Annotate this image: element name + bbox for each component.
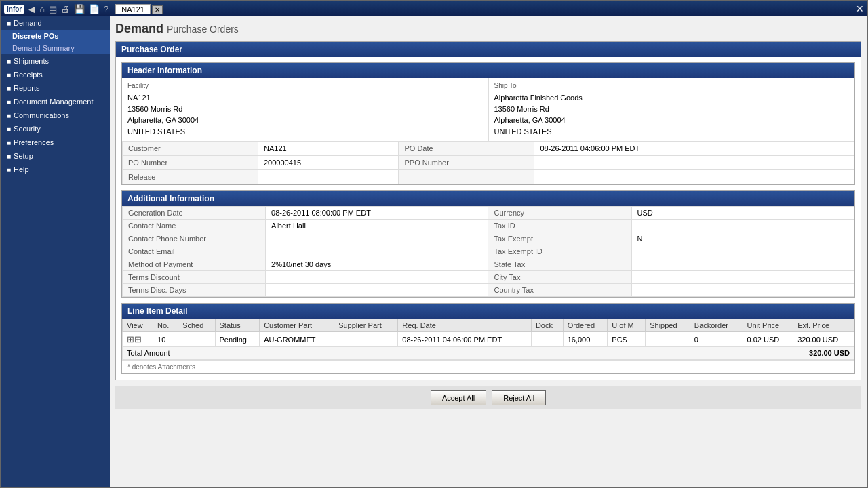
sidebar-group-demand: ■ Demand Discrete POs Demand Summary xyxy=(1,16,110,54)
ppo-number-value xyxy=(534,156,854,170)
state-tax-label: State Tax xyxy=(488,258,631,271)
sidebar-item-demand[interactable]: ■ Demand xyxy=(1,16,110,30)
tax-id-value xyxy=(631,220,854,232)
row-sched xyxy=(178,332,215,347)
accept-all-button[interactable]: Accept All xyxy=(431,390,486,405)
sidebar-document-management-label: Document Management xyxy=(14,98,93,106)
facility-label: Facility xyxy=(127,82,483,89)
customer-label: Customer xyxy=(123,142,258,156)
sidebar-item-security[interactable]: ■ Security xyxy=(1,122,110,136)
sidebar-item-help[interactable]: ■ Help xyxy=(1,163,110,176)
sidebar-item-shipments[interactable]: ■ Shipments xyxy=(1,54,110,68)
sidebar-item-discrete-pos[interactable]: Discrete POs xyxy=(1,30,110,42)
purchase-order-header: Purchase Order xyxy=(116,42,861,57)
country-tax-value xyxy=(631,284,854,297)
generation-date-value: 08-26-2011 08:00:00 PM EDT xyxy=(266,207,488,220)
sidebar-item-preferences[interactable]: ■ Preferences xyxy=(1,136,110,149)
city-tax-value xyxy=(631,271,854,284)
facility-ship-to-row: Facility NA12113560 Morris RdAlpharetta,… xyxy=(122,78,854,141)
reject-all-button[interactable]: Reject All xyxy=(492,390,546,405)
sidebar-item-receipts[interactable]: ■ Receipts xyxy=(1,68,110,81)
setup-icon: ■ xyxy=(7,152,11,160)
additional-information-header: Additional Information xyxy=(122,191,854,206)
col-no: No. xyxy=(153,319,178,332)
sidebar-item-reports[interactable]: ■ Reports xyxy=(1,81,110,95)
po-number-row: PO Number 200000415 PPO Number xyxy=(123,156,854,170)
total-label: Total Amount xyxy=(123,347,793,360)
total-row: Total Amount 320.00 USD xyxy=(123,347,854,360)
terms-discount-label: Terms Discount xyxy=(123,271,266,284)
purchase-order-section: Purchase Order Header Information Facili… xyxy=(115,41,861,380)
sidebar-demand-label: Demand xyxy=(14,19,42,27)
sidebar-item-document-management[interactable]: ■ Document Management xyxy=(1,95,110,108)
table-row[interactable]: ⊞⊞ 10 Pending AU-GROMMET 08-26-2011 04:0… xyxy=(123,332,854,347)
row-ordered: 16,000 xyxy=(563,332,608,347)
communications-icon: ■ xyxy=(7,112,11,119)
release-value xyxy=(258,170,399,184)
additional-row-4: Method of Payment 2%10/net 30 days State… xyxy=(123,258,854,271)
help-icon[interactable]: ? xyxy=(102,4,110,14)
col-dock: Dock xyxy=(531,319,563,332)
header-information-header: Header Information xyxy=(122,63,854,78)
row-shipped xyxy=(646,332,690,347)
row-backorder: 0 xyxy=(690,332,743,347)
receipts-icon: ■ xyxy=(7,71,11,79)
contact-name-label: Contact Name xyxy=(123,220,266,232)
sidebar-sub-demand: Discrete POs Demand Summary xyxy=(1,30,110,54)
additional-row-3: Contact Email Tax Exempt ID xyxy=(123,245,854,258)
row-status: Pending xyxy=(215,332,260,347)
col-status: Status xyxy=(215,319,260,332)
contact-email-value xyxy=(266,245,488,258)
na121-tab[interactable]: NA121 xyxy=(115,4,151,14)
contact-phone-label: Contact Phone Number xyxy=(123,232,266,245)
content-area: Demand Purchase Orders Purchase Order He… xyxy=(110,16,867,487)
window-close-button[interactable]: ✕ xyxy=(856,3,864,14)
page-title: Demand Purchase Orders xyxy=(115,22,861,36)
help-sidebar-icon: ■ xyxy=(7,166,11,174)
infor-logo: infor xyxy=(4,5,24,14)
print-icon[interactable]: 🖨 xyxy=(60,4,71,14)
total-value: 320.00 USD xyxy=(793,347,854,360)
additional-row-1: Contact Name Albert Hall Tax ID xyxy=(123,220,854,232)
sidebar: ■ Demand Discrete POs Demand Summary ■ S… xyxy=(1,16,110,487)
line-item-detail-header: Line Item Detail xyxy=(122,304,854,319)
col-backorder: Backorder xyxy=(690,319,743,332)
row-view: ⊞⊞ xyxy=(123,332,153,347)
back-icon[interactable]: ◀ xyxy=(27,4,37,14)
shipments-icon: ■ xyxy=(7,58,11,65)
tax-exempt-id-value xyxy=(631,245,854,258)
col-u-of-m: U of M xyxy=(608,319,646,332)
sidebar-item-demand-summary[interactable]: Demand Summary xyxy=(1,42,110,54)
sidebar-item-communications[interactable]: ■ Communications xyxy=(1,108,110,122)
additional-info-table: Generation Date 08-26-2011 08:00:00 PM E… xyxy=(122,206,854,297)
contact-name-value: Albert Hall xyxy=(266,220,488,232)
method-of-payment-value: 2%10/net 30 days xyxy=(266,258,488,271)
ship-to-label: Ship To xyxy=(494,82,850,89)
row-u-of-m: PCS xyxy=(608,332,646,347)
empty-value-1 xyxy=(534,170,854,184)
row-req-date: 08-26-2011 04:06:00 PM EDT xyxy=(398,332,532,347)
document-icon[interactable]: 📄 xyxy=(87,4,101,14)
sidebar-item-setup[interactable]: ■ Setup xyxy=(1,149,110,163)
bottom-bar: Accept All Reject All xyxy=(115,386,861,409)
row-unit-price: 0.02 USD xyxy=(743,332,793,347)
currency-label: Currency xyxy=(488,207,631,220)
currency-value: USD xyxy=(631,207,854,220)
print-list-icon[interactable]: ▤ xyxy=(47,4,58,14)
contact-email-label: Contact Email xyxy=(123,245,266,258)
release-row: Release xyxy=(123,170,854,184)
reports-icon: ■ xyxy=(7,85,11,92)
row-no: 10 xyxy=(153,332,178,347)
main-layout: ■ Demand Discrete POs Demand Summary ■ S… xyxy=(1,16,867,487)
save-icon[interactable]: 💾 xyxy=(73,4,86,14)
release-label: Release xyxy=(123,170,258,184)
tab-close-button[interactable]: ✕ xyxy=(152,5,163,14)
footnote: * denotes Attachments xyxy=(122,360,854,373)
demand-icon: ■ xyxy=(7,20,11,27)
po-number-value: 200000415 xyxy=(258,156,399,170)
tax-exempt-id-label: Tax Exempt ID xyxy=(488,245,631,258)
home-icon[interactable]: ⌂ xyxy=(38,4,46,14)
col-shipped: Shipped xyxy=(646,319,690,332)
row-ext-price: 320.00 USD xyxy=(793,332,854,347)
title-bar-left: infor ◀ ⌂ ▤ 🖨 💾 📄 ? NA121 ✕ xyxy=(4,4,163,14)
